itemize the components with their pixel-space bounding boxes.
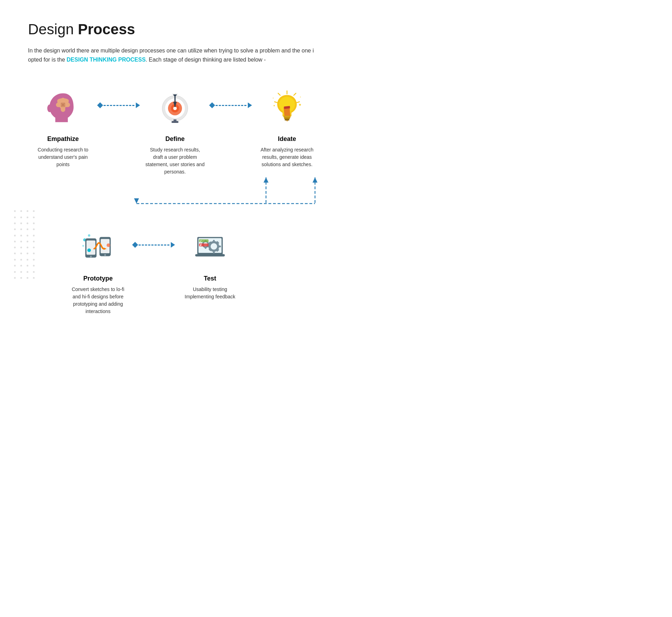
- test-icon: ✓ ✗: [187, 225, 233, 270]
- svg-rect-54: [213, 250, 215, 253]
- design-process-diagram: Empathize Conducting research to underst…: [28, 85, 360, 315]
- svg-marker-32: [134, 198, 139, 204]
- empathize-desc: Conducting research to understand user's…: [33, 146, 93, 168]
- svg-point-46: [88, 249, 91, 252]
- svg-text:✦: ✦: [298, 102, 302, 107]
- diamond-2: [209, 102, 215, 108]
- svg-rect-56: [218, 246, 221, 247]
- test-label: Test: [204, 275, 216, 282]
- connector-region: [63, 176, 350, 221]
- arrowhead-3: [171, 242, 175, 248]
- svg-rect-24: [284, 118, 290, 119]
- diamond-1: [97, 102, 103, 108]
- svg-rect-25: [285, 119, 289, 120]
- svg-point-37: [88, 234, 90, 237]
- arrow-prototype-test: [133, 225, 175, 248]
- top-row: Empathize Conducting research to underst…: [28, 85, 360, 176]
- connector-svg: [63, 176, 350, 221]
- prototype-desc: Convert sketches to lo-fi and hi-fi desi…: [68, 286, 128, 315]
- prototype-icon: [75, 225, 121, 270]
- svg-text:✦: ✦: [273, 104, 275, 108]
- svg-marker-33: [313, 177, 317, 183]
- design-thinking-link[interactable]: DESIGN THINKING PROCESS: [66, 57, 146, 63]
- dot-grid-decoration: [14, 210, 35, 280]
- ideate-label: Ideate: [278, 135, 296, 143]
- svg-point-47: [107, 243, 110, 247]
- stage-prototype: Prototype Convert sketches to lo-fi and …: [63, 225, 133, 315]
- intro-paragraph: In the design world there are multiple d…: [28, 46, 315, 64]
- svg-rect-53: [213, 240, 215, 243]
- svg-rect-64: [205, 247, 206, 249]
- svg-point-41: [90, 256, 92, 257]
- svg-point-0: [47, 105, 52, 112]
- empathize-label: Empathize: [47, 135, 79, 143]
- svg-rect-14: [174, 120, 176, 122]
- svg-text:+: +: [273, 97, 274, 100]
- define-label: Define: [165, 135, 184, 143]
- svg-line-18: [278, 93, 280, 95]
- empathize-icon: [40, 85, 86, 130]
- stage-define: Define Study research results, draft a u…: [140, 85, 210, 176]
- stage-empathize: Empathize Conducting research to underst…: [28, 85, 98, 168]
- test-desc: Usability testing Implementing feedback: [180, 286, 240, 300]
- svg-point-44: [104, 254, 106, 256]
- svg-line-19: [274, 102, 277, 103]
- page-title: Design Process: [28, 21, 392, 38]
- svg-line-16: [294, 93, 296, 95]
- ideate-desc: After analyzing research results, genera…: [257, 146, 317, 168]
- svg-text:✗: ✗: [200, 244, 202, 247]
- define-desc: Study research results, draft a user pro…: [145, 146, 205, 176]
- diamond-3: [132, 242, 138, 248]
- arrowhead-2: [248, 102, 252, 108]
- arrowhead-1: [136, 102, 140, 108]
- arrow-empathize-define: [98, 85, 140, 108]
- svg-rect-23: [284, 116, 290, 118]
- stage-test: ✓ ✗ Test Usability testing Implementing …: [175, 225, 245, 300]
- svg-text:+: +: [300, 96, 301, 98]
- svg-marker-35: [264, 177, 268, 183]
- ideate-icon: ✦ ✦ + +: [264, 85, 310, 130]
- prototype-label: Prototype: [83, 275, 113, 282]
- svg-point-52: [211, 243, 217, 250]
- svg-text:✓: ✓: [200, 240, 202, 243]
- svg-rect-40: [86, 241, 95, 255]
- arrow-define-ideate: [210, 85, 252, 108]
- bottom-row: Prototype Convert sketches to lo-fi and …: [28, 225, 360, 315]
- stage-ideate: ✦ ✦ + + Ideate After analyzing research …: [252, 85, 322, 168]
- define-icon: [152, 85, 198, 130]
- svg-point-38: [82, 245, 84, 247]
